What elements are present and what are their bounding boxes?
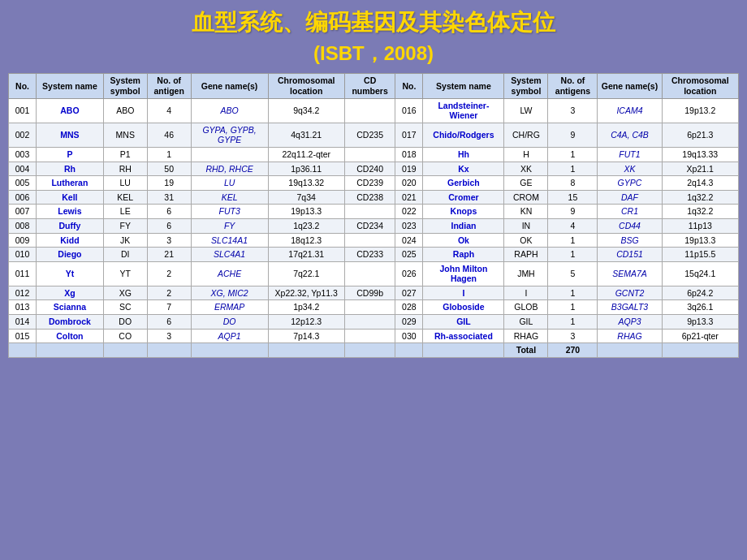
table-cell: 1 xyxy=(548,315,598,330)
table-cell: KEL xyxy=(191,190,268,205)
table-cell: 001 xyxy=(9,98,37,123)
table-cell xyxy=(344,300,395,315)
table-cell: ABO xyxy=(191,98,268,123)
table-cell: 15 xyxy=(548,190,598,205)
table-cell: 1 xyxy=(548,300,598,315)
table-cell: 11p15.5 xyxy=(662,248,738,262)
table-cell: Rh-associated xyxy=(423,329,504,343)
table-cell: 1q32.2 xyxy=(662,205,738,219)
table-cell: Yt xyxy=(37,261,104,286)
table-cell: LU xyxy=(191,176,268,191)
table-cell: 2q14.3 xyxy=(662,176,738,191)
header-chromosomal-location: Chromosomal location xyxy=(268,74,344,98)
table-cell: 6 xyxy=(147,315,191,330)
table-cell: 012 xyxy=(9,286,37,300)
table-cell: 9p13.3 xyxy=(662,315,738,330)
table-cell: 005 xyxy=(9,176,37,191)
table-cell: 7q22.1 xyxy=(268,261,344,286)
table-cell: CR1 xyxy=(598,205,662,219)
table-row: 004RhRH50RHD, RHCE1p36.11CD240019KxXK1XK… xyxy=(9,162,739,176)
header-no: No. xyxy=(9,74,37,98)
table-cell: GYPA, GYPB, GYPE xyxy=(191,123,268,147)
table-cell xyxy=(344,315,395,330)
table-cell: 024 xyxy=(395,233,423,248)
table-cell: C4A, C4B xyxy=(598,123,662,147)
table-cell: RAPH xyxy=(504,248,548,262)
table-row: 012XgXG2XG, MIC2Xp22.32, Yp11.3CD99b027I… xyxy=(9,286,739,300)
table-cell: ERMAP xyxy=(191,300,268,315)
table-cell: 46 xyxy=(147,123,191,147)
header-cd-numbers: CD numbers xyxy=(344,74,395,98)
table-cell: 2 xyxy=(147,261,191,286)
table-cell: 1 xyxy=(548,147,598,162)
page-title: 血型系统、编码基因及其染色体定位 xyxy=(192,8,555,37)
footer-cell xyxy=(147,343,191,358)
table-cell: CD238 xyxy=(344,190,395,205)
table-cell: Chido/Rodgers xyxy=(423,123,504,147)
table-cell: Rh xyxy=(37,162,104,176)
table-cell: FY xyxy=(191,218,268,233)
table-cell: ABO xyxy=(103,98,147,123)
table-cell: DI xyxy=(103,248,147,262)
table-cell: Diego xyxy=(37,248,104,262)
footer-cell xyxy=(37,343,104,358)
table-cell: 11p13 xyxy=(662,218,738,233)
table-cell: Scianna xyxy=(37,300,104,315)
table-cell: 17q21.31 xyxy=(268,248,344,262)
table-cell: 022 xyxy=(395,205,423,219)
table-cell: H xyxy=(504,147,548,162)
table-row: 015ColtonCO3AQP17p14.3030Rh-associatedRH… xyxy=(9,329,739,343)
table-cell: ACHE xyxy=(191,261,268,286)
table-row: 007LewisLE6FUT319p13.3022KnopsKN9CR11q32… xyxy=(9,205,739,219)
table-cell: Kidd xyxy=(37,233,104,248)
header-system-name2: System name xyxy=(423,74,504,98)
table-cell: 007 xyxy=(9,205,37,219)
table-cell: 9 xyxy=(548,123,598,147)
table-cell: 9q34.2 xyxy=(268,98,344,123)
table-cell: CD151 xyxy=(598,248,662,262)
table-row: 003PP1122q11.2-qter018HhH1FUT119q13.33 xyxy=(9,147,739,162)
table-cell: 017 xyxy=(395,123,423,147)
table-row: 011YtYT2ACHE7q22.1026John Milton HagenJM… xyxy=(9,261,739,286)
table-cell: I xyxy=(423,286,504,300)
table-cell: Lutheran xyxy=(37,176,104,191)
table-cell: 19q13.33 xyxy=(662,147,738,162)
table-cell xyxy=(344,233,395,248)
table-cell: LE xyxy=(103,205,147,219)
table-cell: ABO xyxy=(37,98,104,123)
table-cell: RHAG xyxy=(504,329,548,343)
footer-cell xyxy=(9,343,37,358)
header-gene-names2: Gene name(s) xyxy=(598,74,662,98)
table-cell: 014 xyxy=(9,315,37,330)
table-wrapper: No. System name System symbol No. of ant… xyxy=(8,73,739,555)
table-cell: 6p21.3 xyxy=(662,123,738,147)
footer-cell xyxy=(191,343,268,358)
table-cell: LU xyxy=(103,176,147,191)
footer-cell xyxy=(423,343,504,358)
table-cell: 3 xyxy=(548,98,598,123)
table-cell: 5 xyxy=(548,261,598,286)
footer-cell xyxy=(103,343,147,358)
table-cell: 19p13.2 xyxy=(662,98,738,123)
table-cell: 030 xyxy=(395,329,423,343)
page-subtitle: (ISBT，2008) xyxy=(313,41,434,67)
table-cell xyxy=(344,98,395,123)
table-cell: 020 xyxy=(395,176,423,191)
table-cell: 010 xyxy=(9,248,37,262)
table-cell: 1 xyxy=(548,286,598,300)
table-cell xyxy=(344,205,395,219)
table-cell: 4 xyxy=(548,218,598,233)
page: 血型系统、编码基因及其染色体定位 (ISBT，2008) No. System … xyxy=(0,0,747,560)
table-cell: 4 xyxy=(147,98,191,123)
table-cell: JK xyxy=(103,233,147,248)
table-cell: 7p14.3 xyxy=(268,329,344,343)
table-cell: 6p24.2 xyxy=(662,286,738,300)
table-cell: 019 xyxy=(395,162,423,176)
table-cell: 18q12.3 xyxy=(268,233,344,248)
table-row: 002MNSMNS46GYPA, GYPB, GYPE4q31.21CD2350… xyxy=(9,123,739,147)
table-cell: John Milton Hagen xyxy=(423,261,504,286)
table-cell: Raph xyxy=(423,248,504,262)
table-cell: DAF xyxy=(598,190,662,205)
table-cell: AQP1 xyxy=(191,329,268,343)
header-system-name: System name xyxy=(37,74,104,98)
